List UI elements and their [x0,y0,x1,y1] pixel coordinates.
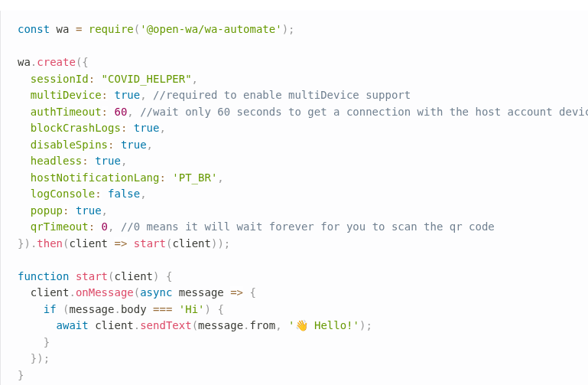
code-token: message [198,319,243,331]
code-token: headless [31,155,82,167]
code-token: blockCrashLogs [31,122,121,134]
code-token [18,336,44,348]
code-token: 'PT_BR' [172,171,217,184]
code-token: disableSpins [31,139,108,151]
code-token: logConsole [31,188,95,200]
code-token: require [89,23,134,35]
code-token [18,319,57,331]
code-token: onMessage [76,286,134,299]
code-token: ( [192,319,198,331]
code-token: popup [31,204,63,217]
code-token: : [82,155,88,167]
code-token: , [147,139,153,151]
code-token: 'Hi' [179,303,205,315]
code-token: ) [24,237,30,250]
code-token: await [57,319,89,331]
code-token [134,106,140,118]
code-token [102,188,108,200]
code-token [18,303,44,315]
code-token: . [134,319,140,331]
code-token: ) [282,23,288,35]
code-token [18,122,31,134]
code-token: ( [134,23,140,35]
code-token: true [114,89,140,101]
code-token: start [76,270,108,282]
code-token: client [172,237,211,250]
code-token [18,155,31,167]
code-token [18,220,31,233]
code-token: . [243,319,249,331]
code-token: { [217,303,223,315]
code-token: { [249,286,255,299]
code-token [18,89,31,101]
code-token: , [140,89,146,101]
code-token: const [18,23,50,35]
code-token: sessionId [31,73,89,85]
code-token: 60 [114,106,127,118]
code-token: start [134,237,166,250]
code-token [172,303,178,315]
code-block: const wa = require('@open-wa/wa-automate… [0,11,588,385]
code-token [18,204,31,217]
code-token: : [102,106,108,118]
code-token: client [89,319,134,331]
code-token [147,89,153,101]
code-token [18,171,31,184]
code-token [69,204,75,217]
code-token: async [140,286,172,299]
code-token: , [159,122,165,134]
code-token: //0 means it will wait forever for you t… [121,220,495,233]
code-token: , [127,106,133,118]
code-token [127,237,133,250]
code-token: ) [37,352,43,364]
code-token: => [114,237,127,250]
code-token: ; [365,319,372,331]
code-token: sendText [140,319,191,331]
code-token: : [89,73,95,85]
code-token: , [217,171,223,184]
code-token: , [121,155,127,167]
code-token: , [275,319,281,331]
code-token: , [192,73,198,85]
code-content: const wa = require('@open-wa/wa-automate… [18,23,588,381]
code-token: true [134,122,160,134]
code-token [82,23,88,35]
code-token [69,270,75,282]
code-token: true [95,155,121,167]
code-token: : [89,220,95,233]
code-token: "COVID_HELPER" [102,73,192,85]
code-token [95,73,101,85]
code-token: ) [217,237,223,250]
code-token [89,155,95,167]
code-token [127,122,133,134]
code-token [18,139,31,151]
code-token [95,220,101,233]
code-token [18,188,31,200]
code-token: '@open-wa/wa-automate' [140,23,281,35]
code-token: : [95,188,101,200]
code-token: ; [224,237,230,250]
code-token: multiDevice [31,89,102,101]
code-token [114,220,120,233]
code-token: qrTimeout [31,220,89,233]
code-token [114,139,120,151]
code-token: message [69,303,114,315]
code-token: true [76,204,102,217]
code-token: if [44,303,57,315]
code-token: wa [50,23,76,35]
code-token: then [37,237,63,250]
code-token: '👋 Hello!' [288,319,359,331]
code-token: } [18,369,24,381]
code-token: body [121,303,153,315]
code-token: , [140,188,146,200]
code-token: authTimeout [31,106,102,118]
code-token: //wait only 60 seconds to get a connecti… [140,106,588,118]
code-token: 0 [102,220,108,233]
code-token: } [44,336,50,348]
code-token [57,303,63,315]
code-token: , [102,204,108,217]
code-token: true [121,139,147,151]
code-token: function [18,270,69,282]
code-token: { [166,270,172,282]
code-token [18,106,31,118]
